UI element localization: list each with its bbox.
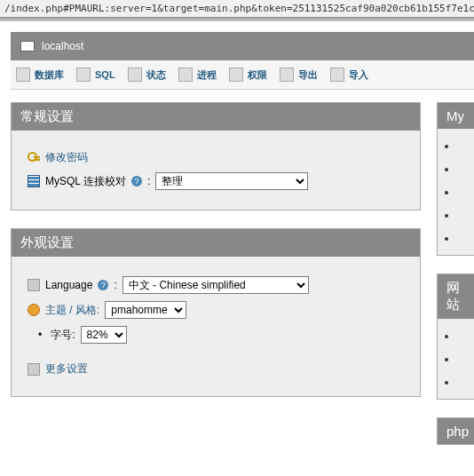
- language-label: Language: [45, 279, 92, 291]
- export-icon: [280, 67, 294, 82]
- server-icon: [20, 41, 35, 52]
- fontsize-label: 字号:: [51, 328, 75, 343]
- theme-label[interactable]: 主题 / 风格:: [45, 303, 99, 318]
- side-panel-webserver: 网站: [437, 274, 474, 400]
- list-item: [457, 209, 474, 221]
- panel-title: My: [438, 103, 474, 129]
- list-item: [457, 353, 474, 365]
- more-settings-link[interactable]: 更多设置: [45, 361, 88, 377]
- tab-label: 权限: [248, 68, 267, 82]
- gear-icon: [178, 67, 193, 82]
- theme-select[interactable]: pmahomme: [105, 301, 186, 319]
- list-item: [457, 376, 474, 388]
- tab-databases[interactable]: 数据库: [16, 67, 64, 82]
- tab-label: 导入: [349, 68, 368, 82]
- tab-label: 数据库: [35, 68, 64, 82]
- tab-processes[interactable]: 进程: [178, 67, 217, 82]
- user-icon: [229, 67, 243, 82]
- tab-label: 状态: [146, 68, 166, 82]
- tab-privileges[interactable]: 权限: [229, 67, 267, 82]
- list-item: [457, 163, 474, 175]
- language-select[interactable]: 中文 - Chinese simplified: [122, 276, 309, 294]
- content-area: localhost 数据库 SQL 状态 进程 权限 导出 导入 常规设置 修改…: [0, 19, 474, 456]
- general-settings-panel: 常规设置 修改密码 MySQL 连接校对 ? : 整理: [11, 102, 421, 210]
- bullet: •: [38, 329, 42, 341]
- tab-label: 导出: [298, 68, 318, 82]
- panel-title: 外观设置: [12, 229, 420, 257]
- panel-title: 常规设置: [12, 103, 420, 131]
- tab-export[interactable]: 导出: [280, 67, 318, 82]
- list-item: [457, 232, 474, 244]
- info-list: [457, 139, 474, 244]
- server-bar: localhost: [11, 32, 474, 60]
- list-item: [457, 139, 474, 152]
- panel-title: 网站: [438, 274, 474, 319]
- language-icon: [28, 279, 40, 291]
- url-bar: /index.php#PMAURL:server=1&target=main.p…: [0, 0, 474, 19]
- side-panel-mysql: My: [437, 102, 474, 256]
- tab-status[interactable]: 状态: [128, 67, 166, 82]
- tab-label: 进程: [197, 68, 217, 82]
- theme-icon: [28, 304, 40, 316]
- list-item: [457, 186, 474, 198]
- sql-icon: [76, 67, 91, 82]
- database-icon: [16, 67, 30, 82]
- help-icon[interactable]: ?: [131, 176, 142, 186]
- appearance-settings-panel: 外观设置 Language ? : 中文 - Chinese simplifie…: [11, 228, 421, 397]
- info-list: [457, 329, 474, 388]
- tab-label: SQL: [95, 69, 115, 80]
- server-host: localhost: [42, 40, 83, 52]
- change-password-link[interactable]: 修改密码: [45, 150, 88, 165]
- collation-icon: [28, 175, 40, 187]
- tab-import[interactable]: 导入: [330, 67, 368, 82]
- collation-label: MySQL 连接校对: [45, 174, 126, 189]
- colon: :: [114, 279, 116, 291]
- tab-sql[interactable]: SQL: [76, 67, 115, 82]
- nav-tabs: 数据库 SQL 状态 进程 权限 导出 导入: [11, 60, 474, 90]
- status-icon: [128, 67, 142, 82]
- help-icon[interactable]: ?: [98, 280, 108, 290]
- colon: :: [147, 175, 150, 187]
- import-icon: [330, 67, 344, 82]
- panel-title: php: [438, 418, 474, 444]
- key-icon: [28, 152, 40, 164]
- settings-icon: [28, 363, 40, 376]
- fontsize-select[interactable]: 82%: [81, 326, 127, 344]
- side-panel-phpmyadmin: php: [437, 417, 474, 445]
- collation-select[interactable]: 整理: [155, 172, 308, 190]
- list-item: [457, 329, 474, 342]
